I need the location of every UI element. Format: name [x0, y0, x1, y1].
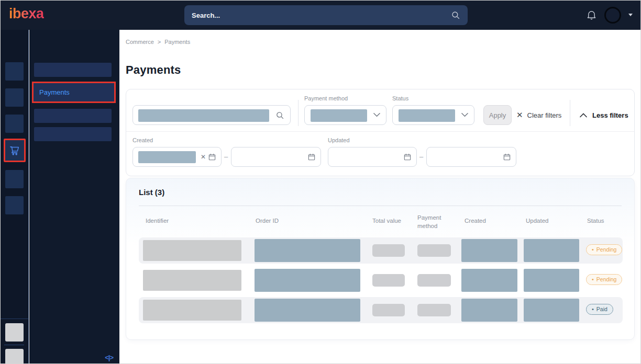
rail-item-6[interactable]: [5, 196, 24, 214]
list-divider: [139, 206, 622, 206]
status-badge: Pending: [586, 244, 622, 255]
global-search-placeholder: Search...: [192, 12, 451, 19]
cell-payment-method-redacted: [417, 274, 451, 287]
cell-updated-redacted: [524, 269, 579, 292]
user-avatar[interactable]: [604, 7, 621, 24]
filters-panel: Payment method Status Apply ✕ Clear filt…: [126, 89, 635, 176]
cell-created-redacted: [461, 239, 517, 262]
submenu-item-4[interactable]: [34, 127, 112, 141]
cell-payment-method-redacted: [417, 304, 451, 316]
payments-list-panel: List (3) Identifier Order ID Total value…: [126, 178, 635, 340]
cart-icon: [9, 145, 20, 156]
cell-order-id-redacted: [255, 239, 360, 262]
created-label: Created: [132, 137, 153, 143]
calendar-icon[interactable]: [403, 153, 412, 161]
status-label: Status: [392, 95, 408, 101]
breadcrumb-payments[interactable]: Payments: [164, 39, 190, 45]
cell-identifier-redacted: [143, 300, 241, 321]
payment-method-select[interactable]: [304, 105, 386, 125]
chevron-down-icon: [461, 112, 468, 117]
status-badge: Paid: [586, 304, 613, 315]
rail-item-commerce-active[interactable]: [4, 139, 26, 162]
search-icon: [451, 10, 460, 20]
list-title: List (3): [139, 188, 164, 197]
cell-created-redacted: [461, 269, 517, 292]
rail-item-3[interactable]: [5, 115, 24, 133]
clear-filters-label: Clear filters: [527, 111, 562, 119]
submenu-item-3[interactable]: [34, 109, 112, 123]
updated-label: Updated: [328, 137, 350, 143]
table-row[interactable]: Paid: [139, 297, 623, 323]
main-content: Commerce > Payments Payments Payment met…: [119, 30, 641, 364]
updated-range-separator: –: [419, 153, 423, 161]
rail-item-1[interactable]: [5, 62, 24, 81]
sidebar-collapse-icon[interactable]: <|>: [105, 354, 113, 361]
created-from-clear-icon[interactable]: ✕: [201, 153, 206, 161]
user-menu-caret-icon[interactable]: [628, 14, 633, 16]
rail-bottom-item-2[interactable]: [5, 349, 24, 364]
filter-search-value-redacted: [138, 109, 269, 122]
payment-method-label: Payment method: [304, 95, 348, 101]
submenu-item-1[interactable]: [34, 63, 112, 77]
calendar-icon[interactable]: [208, 153, 216, 161]
submenu-payments-label: Payments: [34, 88, 70, 96]
cell-identifier-redacted: [143, 270, 241, 291]
ibexa-logo: ibexa: [9, 6, 44, 22]
filter-divider-1: [298, 100, 299, 126]
rail-item-5[interactable]: [5, 170, 24, 188]
updated-from-date-input[interactable]: [328, 147, 417, 167]
main-menu-rail: [0, 30, 29, 364]
apply-button[interactable]: Apply: [483, 105, 512, 125]
cell-created-redacted: [461, 299, 517, 322]
breadcrumb-commerce[interactable]: Commerce: [126, 39, 154, 45]
col-head-payment-method: Payment method: [417, 213, 448, 230]
payment-method-value-redacted: [311, 109, 367, 122]
created-from-date-input[interactable]: ✕: [132, 147, 222, 167]
col-head-identifier: Identifier: [146, 218, 169, 224]
col-head-total-value: Total value: [372, 218, 401, 224]
col-head-status: Status: [587, 218, 604, 224]
rail-item-2[interactable]: [5, 88, 24, 107]
cell-updated-redacted: [524, 239, 579, 262]
table-row[interactable]: Pending: [139, 237, 623, 264]
status-select[interactable]: [392, 105, 474, 125]
notifications-bell-icon[interactable]: [586, 9, 597, 20]
cell-order-id-redacted: [255, 269, 360, 292]
filter-search-icon: [275, 111, 284, 120]
updated-to-date-input[interactable]: [426, 147, 516, 167]
rail-bottom-divider: [0, 318, 29, 319]
filters-row-dates: Created ✕ –: [126, 131, 634, 177]
cell-total-value-redacted: [372, 274, 405, 287]
cell-total-value-redacted: [372, 244, 405, 257]
rail-bottom-divider-small: [4, 345, 24, 345]
created-range-separator: –: [224, 153, 228, 161]
status-badge: Pending: [586, 274, 622, 285]
rail-bottom-item-1[interactable]: [5, 323, 24, 342]
less-filters-toggle[interactable]: Less filters: [580, 105, 628, 125]
breadcrumb: Commerce > Payments: [126, 39, 190, 45]
col-head-order-id: Order ID: [256, 218, 279, 224]
global-search-input[interactable]: Search...: [184, 5, 468, 25]
calendar-icon[interactable]: [307, 153, 316, 161]
table-row[interactable]: Pending: [139, 267, 623, 293]
submenu-item-payments-active[interactable]: Payments: [32, 82, 116, 103]
secondary-sidebar: Payments <|>: [29, 30, 119, 364]
clear-filters-button[interactable]: ✕ Clear filters: [516, 105, 561, 125]
chevron-up-icon: [580, 113, 587, 118]
col-head-updated: Updated: [526, 218, 548, 224]
calendar-icon[interactable]: [503, 153, 511, 161]
cell-payment-method-redacted: [417, 244, 451, 257]
less-filters-label: Less filters: [592, 111, 628, 119]
cell-total-value-redacted: [372, 304, 405, 316]
cell-order-id-redacted: [255, 299, 360, 322]
created-from-value-redacted: [138, 151, 196, 163]
status-value-redacted: [399, 109, 455, 122]
filter-divider-2: [570, 100, 570, 126]
topbar: ibexa Search...: [0, 0, 641, 30]
chevron-down-icon: [373, 112, 380, 117]
col-head-created: Created: [465, 218, 486, 224]
created-to-date-input[interactable]: [231, 147, 321, 167]
page-title: Payments: [126, 63, 181, 77]
cell-updated-redacted: [524, 299, 579, 322]
filter-search-input[interactable]: [132, 105, 291, 125]
